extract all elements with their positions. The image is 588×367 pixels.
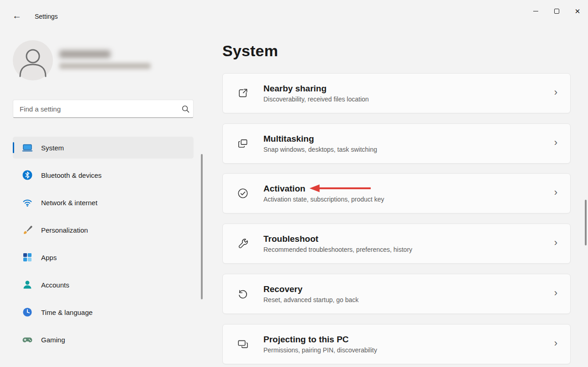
card-title: Recovery bbox=[263, 284, 359, 294]
sidebar-item-accounts[interactable]: Accounts bbox=[13, 274, 194, 296]
sidebar-item-label: Gaming bbox=[41, 336, 65, 344]
paintbrush-icon bbox=[22, 224, 33, 235]
close-button[interactable]: ✕ bbox=[567, 0, 588, 22]
sidebar-item-label: Bluetooth & devices bbox=[41, 171, 102, 179]
card-subtitle: Permissions, pairing PIN, discoverabilit… bbox=[263, 346, 377, 354]
sidebar-item-system[interactable]: System bbox=[13, 137, 194, 159]
card-title: Troubleshoot bbox=[263, 234, 412, 244]
sidebar-item-network-internet[interactable]: Network & internet bbox=[13, 191, 194, 213]
chevron-right-icon: › bbox=[554, 237, 557, 249]
user-email-blurred bbox=[59, 63, 151, 69]
sidebar-item-apps[interactable]: Apps bbox=[13, 246, 194, 268]
card-title: Projecting to this PC bbox=[263, 335, 377, 345]
person-icon bbox=[22, 279, 33, 290]
card-title: Nearby sharing bbox=[263, 84, 369, 94]
settings-card-nearby-sharing[interactable]: Nearby sharing Discoverability, received… bbox=[222, 73, 571, 113]
card-subtitle: Recommended troubleshooters, preferences… bbox=[263, 246, 412, 253]
settings-window: ← Settings ✕ bbox=[0, 0, 588, 367]
apps-grid-icon bbox=[22, 252, 33, 263]
settings-card-troubleshoot[interactable]: Troubleshoot Recommended troubleshooters… bbox=[222, 223, 571, 264]
wifi-icon bbox=[22, 197, 33, 208]
sidebar-item-label: Apps bbox=[41, 254, 57, 261]
chevron-right-icon: › bbox=[554, 186, 557, 198]
sidebar-scrollbar[interactable] bbox=[201, 154, 203, 299]
minimize-icon bbox=[533, 11, 538, 11]
card-subtitle: Reset, advanced startup, go back bbox=[263, 296, 359, 303]
wrench-icon bbox=[237, 238, 249, 250]
settings-card-recovery[interactable]: Recovery Reset, advanced startup, go bac… bbox=[222, 274, 571, 314]
card-subtitle: Snap windows, desktops, task switching bbox=[263, 146, 377, 153]
minimize-button[interactable] bbox=[525, 0, 546, 22]
window-controls: ✕ bbox=[525, 0, 588, 22]
app-title: Settings bbox=[35, 13, 58, 20]
maximize-button[interactable] bbox=[546, 0, 567, 22]
chevron-right-icon: › bbox=[554, 137, 557, 149]
display-icon bbox=[22, 142, 33, 153]
settings-card-activation[interactable]: Activation Activation state, subscriptio… bbox=[222, 173, 571, 213]
settings-card-projecting[interactable]: Projecting to this PC Permissions, pairi… bbox=[222, 324, 571, 364]
person-outline-icon bbox=[13, 40, 53, 80]
share-icon bbox=[237, 87, 249, 99]
card-title: Activation bbox=[263, 184, 384, 194]
settings-card-multitasking[interactable]: Multitasking Snap windows, desktops, tas… bbox=[222, 123, 571, 164]
search-input[interactable] bbox=[13, 100, 178, 117]
sidebar-item-gaming[interactable]: Gaming bbox=[13, 329, 194, 351]
reset-arrow-icon bbox=[237, 288, 249, 300]
back-arrow-icon: ← bbox=[12, 11, 21, 21]
card-subtitle: Discoverability, received files location bbox=[263, 96, 369, 103]
sidebar-item-time-language[interactable]: Time & language bbox=[13, 301, 194, 323]
multitask-windows-icon bbox=[237, 138, 249, 149]
page-title: System bbox=[222, 42, 278, 60]
sidebar-item-bluetooth-devices[interactable]: Bluetooth & devices bbox=[13, 164, 194, 186]
sidebar-item-personalization[interactable]: Personalization bbox=[13, 219, 194, 241]
avatar bbox=[13, 40, 53, 80]
checkmark-circle-icon bbox=[237, 187, 249, 199]
titlebar: ← Settings ✕ bbox=[0, 0, 588, 26]
clock-icon bbox=[22, 307, 33, 318]
bluetooth-icon bbox=[22, 170, 33, 181]
user-name-blurred bbox=[59, 50, 110, 58]
chevron-right-icon: › bbox=[554, 337, 557, 349]
gamepad-icon bbox=[22, 334, 33, 345]
sidebar-item-label: Network & internet bbox=[41, 199, 97, 207]
user-profile[interactable] bbox=[13, 40, 168, 80]
sidebar-nav: System Bluetooth & devices Network & int… bbox=[13, 137, 194, 356]
chevron-right-icon: › bbox=[554, 287, 557, 299]
projecting-screens-icon bbox=[237, 338, 249, 350]
page-scrollbar[interactable] bbox=[585, 200, 587, 245]
selected-accent-pill bbox=[13, 142, 14, 153]
chevron-right-icon: › bbox=[554, 86, 557, 98]
card-title: Multitasking bbox=[263, 134, 377, 144]
search-icon[interactable] bbox=[178, 105, 193, 113]
card-subtitle: Activation state, subscriptions, product… bbox=[263, 196, 384, 203]
sidebar-item-label: Time & language bbox=[41, 308, 93, 316]
search-box bbox=[13, 100, 194, 118]
maximize-icon bbox=[554, 9, 559, 14]
sidebar-item-label: System bbox=[41, 144, 64, 152]
close-icon: ✕ bbox=[575, 8, 581, 15]
sidebar-item-label: Accounts bbox=[41, 281, 69, 289]
back-button[interactable]: ← bbox=[8, 8, 26, 23]
sidebar-item-label: Personalization bbox=[41, 226, 88, 234]
